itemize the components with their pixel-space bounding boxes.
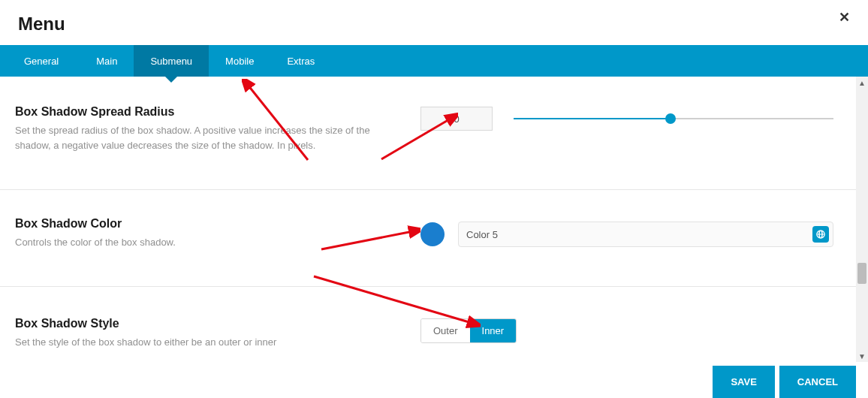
tab-extras[interactable]: Extras xyxy=(270,45,331,77)
scrollbar[interactable]: ▲ ▼ xyxy=(856,77,868,362)
scrollbar-thumb[interactable] xyxy=(857,263,866,284)
color-select-label: Color 5 xyxy=(466,229,498,240)
save-button[interactable]: SAVE xyxy=(713,366,774,398)
style-desc: Set the style of the box shadow to eithe… xyxy=(15,335,398,350)
color-title: Box Shadow Color xyxy=(15,217,398,231)
tab-general[interactable]: General xyxy=(0,45,80,77)
color-swatch[interactable] xyxy=(420,222,445,246)
cancel-button[interactable]: CANCEL xyxy=(779,366,856,398)
spread-slider[interactable] xyxy=(514,118,833,119)
style-inner-button[interactable]: Inner xyxy=(470,319,517,342)
globe-icon[interactable] xyxy=(812,226,829,243)
spread-slider-fill xyxy=(514,118,671,119)
color-desc: Controls the color of the box shadow. xyxy=(15,235,398,250)
page-title: Menu xyxy=(18,14,65,35)
scroll-down-icon[interactable]: ▼ xyxy=(856,350,868,362)
close-button[interactable]: ✕ xyxy=(834,8,854,27)
color-select[interactable]: Color 5 xyxy=(458,222,833,247)
style-title: Box Shadow Style xyxy=(15,317,398,330)
scroll-up-icon[interactable]: ▲ xyxy=(856,77,868,89)
tab-main[interactable]: Main xyxy=(80,45,134,77)
style-outer-button[interactable]: Outer xyxy=(421,319,470,342)
tabs-bar: General Main Submenu Mobile Extras xyxy=(0,45,868,77)
content-scroll-area: Box Shadow Spread Radius Set the spread … xyxy=(0,77,856,362)
tab-submenu[interactable]: Submenu xyxy=(134,45,209,77)
spread-slider-thumb[interactable] xyxy=(665,113,676,124)
spread-desc: Set the spread radius of the box shadow.… xyxy=(15,123,398,153)
spread-title: Box Shadow Spread Radius xyxy=(15,105,398,119)
style-toggle: Outer Inner xyxy=(420,318,517,343)
tab-mobile[interactable]: Mobile xyxy=(209,45,270,77)
spread-input[interactable] xyxy=(420,107,493,131)
